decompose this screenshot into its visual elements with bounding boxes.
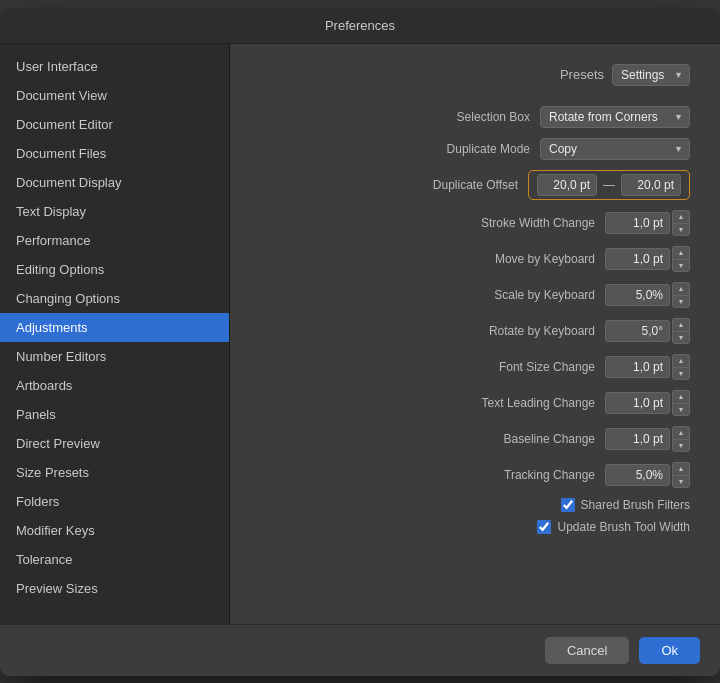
sidebar-item-modifier-keys[interactable]: Modifier Keys (0, 516, 229, 545)
form-section: Selection Box Rotate from Corners Scale … (260, 106, 690, 604)
font-size-spinner: ▲ ▼ (672, 354, 690, 380)
scale-keyboard-control: ▲ ▼ (605, 282, 690, 308)
sidebar-item-artboards[interactable]: Artboards (0, 371, 229, 400)
sidebar-item-preview-sizes[interactable]: Preview Sizes (0, 574, 229, 603)
font-size-row: Font Size Change ▲ ▼ (260, 354, 690, 380)
shared-brush-label: Shared Brush Filters (581, 498, 690, 512)
baseline-up[interactable]: ▲ (672, 426, 690, 439)
stroke-width-label: Stroke Width Change (481, 216, 595, 230)
sidebar-item-number-editors[interactable]: Number Editors (0, 342, 229, 371)
sidebar-item-folders[interactable]: Folders (0, 487, 229, 516)
dialog-title: Preferences (325, 18, 395, 33)
sidebar-item-performance[interactable]: Performance (0, 226, 229, 255)
selection-box-control: Rotate from Corners Scale Skew (540, 106, 690, 128)
tracking-row: Tracking Change ▲ ▼ (260, 462, 690, 488)
sidebar: User InterfaceDocument ViewDocument Edit… (0, 44, 230, 624)
sidebar-item-editing-options[interactable]: Editing Options (0, 255, 229, 284)
presets-label: Presets (560, 67, 604, 82)
rotate-keyboard-row: Rotate by Keyboard ▲ ▼ (260, 318, 690, 344)
stroke-width-row: Stroke Width Change ▲ ▼ (260, 210, 690, 236)
tracking-label: Tracking Change (504, 468, 595, 482)
font-size-up[interactable]: ▲ (672, 354, 690, 367)
presets-select[interactable]: Settings (612, 64, 690, 86)
scale-keyboard-label: Scale by Keyboard (494, 288, 595, 302)
move-keyboard-spinner: ▲ ▼ (672, 246, 690, 272)
baseline-down[interactable]: ▼ (672, 439, 690, 452)
stroke-width-input[interactable] (605, 212, 670, 234)
presets-select-wrapper: Settings (612, 64, 690, 86)
offset-separator: — (603, 178, 615, 192)
baseline-control: ▲ ▼ (605, 426, 690, 452)
rotate-keyboard-input[interactable] (605, 320, 670, 342)
baseline-row: Baseline Change ▲ ▼ (260, 426, 690, 452)
sidebar-item-tolerance[interactable]: Tolerance (0, 545, 229, 574)
move-keyboard-label: Move by Keyboard (495, 252, 595, 266)
footer: Cancel Ok (0, 624, 720, 676)
font-size-control: ▲ ▼ (605, 354, 690, 380)
duplicate-mode-select[interactable]: Copy Move Clone (540, 138, 690, 160)
duplicate-offset-x-input[interactable] (537, 174, 597, 196)
duplicate-mode-control: Copy Move Clone (540, 138, 690, 160)
update-brush-checkbox[interactable] (537, 520, 551, 534)
text-leading-down[interactable]: ▼ (672, 403, 690, 416)
text-leading-spinner: ▲ ▼ (672, 390, 690, 416)
ok-button[interactable]: Ok (639, 637, 700, 664)
font-size-down[interactable]: ▼ (672, 367, 690, 380)
text-leading-up[interactable]: ▲ (672, 390, 690, 403)
move-keyboard-down[interactable]: ▼ (672, 259, 690, 272)
sidebar-item-document-editor[interactable]: Document Editor (0, 110, 229, 139)
sidebar-item-adjustments[interactable]: Adjustments (0, 313, 229, 342)
text-leading-label: Text Leading Change (482, 396, 595, 410)
sidebar-item-direct-preview[interactable]: Direct Preview (0, 429, 229, 458)
duplicate-offset-label: Duplicate Offset (433, 178, 518, 192)
selection-box-label: Selection Box (457, 110, 530, 124)
duplicate-offset-row: Duplicate Offset — (260, 170, 690, 200)
sidebar-item-document-view[interactable]: Document View (0, 81, 229, 110)
preferences-dialog: Preferences User InterfaceDocument ViewD… (0, 8, 720, 676)
sidebar-item-document-files[interactable]: Document Files (0, 139, 229, 168)
update-brush-row: Update Brush Tool Width (260, 520, 690, 534)
shared-brush-checkbox[interactable] (561, 498, 575, 512)
baseline-input[interactable] (605, 428, 670, 450)
move-keyboard-input[interactable] (605, 248, 670, 270)
update-brush-label: Update Brush Tool Width (557, 520, 690, 534)
selection-box-row: Selection Box Rotate from Corners Scale … (260, 106, 690, 128)
sidebar-item-changing-options[interactable]: Changing Options (0, 284, 229, 313)
sidebar-item-user-interface[interactable]: User Interface (0, 52, 229, 81)
text-leading-input[interactable] (605, 392, 670, 414)
duplicate-offset-box: — (528, 170, 690, 200)
tracking-down[interactable]: ▼ (672, 475, 690, 488)
text-leading-row: Text Leading Change ▲ ▼ (260, 390, 690, 416)
scale-keyboard-up[interactable]: ▲ (672, 282, 690, 295)
rotate-keyboard-spinner: ▲ ▼ (672, 318, 690, 344)
sidebar-item-text-display[interactable]: Text Display (0, 197, 229, 226)
scale-keyboard-row: Scale by Keyboard ▲ ▼ (260, 282, 690, 308)
tracking-control: ▲ ▼ (605, 462, 690, 488)
tracking-spinner: ▲ ▼ (672, 462, 690, 488)
baseline-label: Baseline Change (504, 432, 595, 446)
scale-keyboard-input[interactable] (605, 284, 670, 306)
scale-keyboard-down[interactable]: ▼ (672, 295, 690, 308)
cancel-button[interactable]: Cancel (545, 637, 629, 664)
move-keyboard-up[interactable]: ▲ (672, 246, 690, 259)
sidebar-item-size-presets[interactable]: Size Presets (0, 458, 229, 487)
move-keyboard-control: ▲ ▼ (605, 246, 690, 272)
main-panel: Presets Settings Selection Box Rotate fr… (230, 44, 720, 624)
stroke-width-down[interactable]: ▼ (672, 223, 690, 236)
tracking-up[interactable]: ▲ (672, 462, 690, 475)
title-bar: Preferences (0, 8, 720, 44)
tracking-input[interactable] (605, 464, 670, 486)
shared-brush-row: Shared Brush Filters (260, 498, 690, 512)
font-size-input[interactable] (605, 356, 670, 378)
selection-box-select[interactable]: Rotate from Corners Scale Skew (540, 106, 690, 128)
duplicate-mode-row: Duplicate Mode Copy Move Clone (260, 138, 690, 160)
move-keyboard-row: Move by Keyboard ▲ ▼ (260, 246, 690, 272)
stroke-width-up[interactable]: ▲ (672, 210, 690, 223)
sidebar-item-panels[interactable]: Panels (0, 400, 229, 429)
rotate-keyboard-control: ▲ ▼ (605, 318, 690, 344)
rotate-keyboard-up[interactable]: ▲ (672, 318, 690, 331)
presets-row: Presets Settings (260, 64, 690, 86)
rotate-keyboard-down[interactable]: ▼ (672, 331, 690, 344)
sidebar-item-document-display[interactable]: Document Display (0, 168, 229, 197)
duplicate-offset-y-input[interactable] (621, 174, 681, 196)
